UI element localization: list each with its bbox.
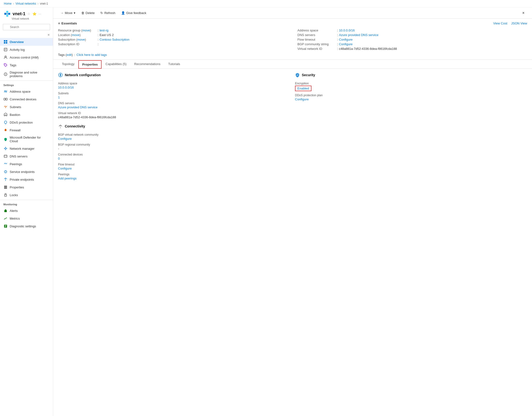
subscription-move-link[interactable]: move <box>77 38 85 41</box>
svg-point-13 <box>5 56 6 57</box>
move-button[interactable]: → Move ▾ <box>58 10 78 16</box>
sidebar-item-network-manager[interactable]: Network manager <box>0 145 53 152</box>
svg-rect-34 <box>5 195 7 196</box>
svg-rect-0 <box>4 13 6 15</box>
toolbar: → Move ▾ 🗑 Delete ↻ Refresh 👤 Give feedb… <box>53 8 532 19</box>
star-icon[interactable]: ⭐ <box>32 12 37 16</box>
ddos-configure-link[interactable]: Configure <box>295 97 309 101</box>
sidebar-item-activity-log[interactable]: Activity log <box>0 46 53 53</box>
nc-vnet-id-value: c48a881a-7d52-4336-8dea-f8616fcda188 <box>58 115 290 119</box>
refresh-button[interactable]: ↻ Refresh <box>98 10 118 16</box>
monitoring-section-label: Monitoring <box>0 200 53 207</box>
sidebar-item-access-control[interactable]: Access control (IAM) <box>0 53 53 61</box>
view-cost-link[interactable]: View Cost <box>493 21 507 25</box>
sidebar-item-connected-devices[interactable]: Connected devices <box>0 95 53 103</box>
sidebar-item-locks[interactable]: Locks <box>0 191 53 199</box>
peerings-icon <box>3 162 8 166</box>
breadcrumb: Home › Virtual networks › vnet-1 <box>0 0 532 8</box>
collapse-sidebar-button[interactable]: « <box>46 32 51 37</box>
security-encryption: Encryption Enabled <box>295 82 527 91</box>
essentials-left: Resource group (move) : test-rg Location… <box>58 28 288 51</box>
sidebar-item-ddos[interactable]: DDoS protection <box>0 118 53 126</box>
sidebar-item-alerts[interactable]: Alerts <box>0 207 53 214</box>
essentials-section: ∧ Essentials View Cost JSON View Resourc… <box>53 19 532 60</box>
svg-rect-3 <box>6 15 8 17</box>
tab-capabilities[interactable]: Capabilities (5) <box>102 60 130 69</box>
private-ep-icon <box>3 177 8 182</box>
breadcrumb-home[interactable]: Home <box>4 2 12 5</box>
conn-peerings-value[interactable]: Add peerings <box>58 176 77 180</box>
tags-edit-link[interactable]: edit <box>66 53 72 57</box>
resource-group-move-link[interactable]: move <box>82 29 90 32</box>
flow-timeout-value[interactable]: Configure <box>339 38 352 41</box>
peerings-label: Peerings <box>10 162 22 166</box>
json-view-link[interactable]: JSON View <box>511 21 527 25</box>
more-icon[interactable]: ··· <box>38 12 41 16</box>
locks-label: Locks <box>10 193 18 197</box>
ddos-icon <box>3 120 8 125</box>
location-move-link[interactable]: move <box>72 33 80 37</box>
search-input[interactable] <box>3 24 50 30</box>
tab-properties[interactable]: Properties <box>78 60 102 69</box>
security-icon <box>295 73 300 77</box>
delete-button[interactable]: 🗑 Delete <box>79 10 97 16</box>
sidebar-item-firewall[interactable]: Firewall <box>0 126 53 134</box>
conn-flow-timeout-value[interactable]: Configure <box>58 167 72 170</box>
dns-servers-label: DNS servers <box>10 155 28 158</box>
resource-group-value[interactable]: test-rg <box>100 29 109 32</box>
sidebar-item-dns-servers[interactable]: DNS servers <box>0 152 53 160</box>
tab-recommendations[interactable]: Recommendations <box>130 60 164 69</box>
sidebar-item-diagnostic-settings[interactable]: Diagnostic settings <box>0 222 53 230</box>
sidebar-item-bastion[interactable]: Bastion <box>0 111 53 118</box>
essentials-collapse-icon[interactable]: ∧ <box>58 22 60 25</box>
conn-bgp-community-value[interactable]: Configure <box>58 137 72 141</box>
sidebar-item-properties[interactable]: Properties <box>0 183 53 191</box>
ddos-label: DDoS protection <box>10 121 33 124</box>
network-config-title: Network configuration <box>65 73 101 77</box>
sidebar-item-peerings[interactable]: Peerings <box>0 160 53 168</box>
sidebar-item-defender[interactable]: Microsoft Defender for Cloud <box>0 134 53 145</box>
tab-topology[interactable]: Topology <box>58 60 78 69</box>
svg-rect-32 <box>4 187 7 188</box>
sidebar-item-service-endpoints[interactable]: Service endpoints <box>0 168 53 176</box>
breadcrumb-virtual-networks[interactable]: Virtual networks <box>16 2 36 5</box>
sidebar-item-private-endpoints[interactable]: Private endpoints <box>0 176 53 183</box>
sidebar-item-tags[interactable]: Tags <box>0 61 53 69</box>
security-ddos: DDoS protection plan Configure <box>295 94 527 101</box>
nc-address-space-value[interactable]: 10.0.0.0/16 <box>58 86 74 89</box>
address-space-value[interactable]: 10.0.0.0/16 <box>339 29 355 32</box>
diagnostic-settings-label: Diagnostic settings <box>10 224 36 228</box>
nc-address-space: Address space 10.0.0.0/16 <box>58 82 290 89</box>
sidebar-item-address-space[interactable]: Address space <box>0 87 53 95</box>
tab-tutorials[interactable]: Tutorials <box>164 60 184 69</box>
dns-servers-value[interactable]: Azure provided DNS service <box>339 33 379 37</box>
resource-subtitle: Virtual network <box>12 17 49 20</box>
svg-rect-2 <box>6 11 8 13</box>
svg-rect-6 <box>4 40 5 42</box>
bgp-community-string-value[interactable]: Configure <box>339 42 352 46</box>
tags-label: Tags <box>10 63 16 67</box>
nc-dns-value[interactable]: Azure provided DNS service <box>58 106 97 109</box>
nc-subnets: Subnets 1 <box>58 92 290 99</box>
vnet-icon <box>4 10 11 17</box>
conn-devices-value[interactable]: 0 <box>58 157 60 160</box>
diagnose-label: Diagnose and solve problems <box>10 71 50 78</box>
sidebar-item-metrics[interactable]: Metrics <box>0 214 53 222</box>
svg-point-42 <box>60 74 61 76</box>
breadcrumb-current: vnet-1 <box>40 2 48 5</box>
svg-rect-33 <box>4 188 7 189</box>
pin-icon[interactable]: ☆ <box>27 12 30 16</box>
dns-icon <box>3 154 8 158</box>
nc-subnets-value[interactable]: 1 <box>58 96 60 99</box>
subscription-value[interactable]: Contoso Subscription <box>100 38 130 41</box>
tags-add-link[interactable]: Click here to add tags <box>76 53 107 57</box>
sidebar-item-subnets[interactable]: Subnets <box>0 103 53 111</box>
close-button[interactable]: ✕ <box>520 10 527 16</box>
network-manager-icon <box>3 146 8 151</box>
sidebar-item-diagnose[interactable]: Diagnose and solve problems <box>0 69 53 80</box>
metrics-icon <box>3 216 8 221</box>
svg-rect-8 <box>4 42 5 44</box>
sidebar-item-overview[interactable]: Overview <box>0 38 53 46</box>
tabs-bar: Topology Properties Capabilities (5) Rec… <box>53 60 532 69</box>
feedback-button[interactable]: 👤 Give feedback <box>119 10 149 16</box>
